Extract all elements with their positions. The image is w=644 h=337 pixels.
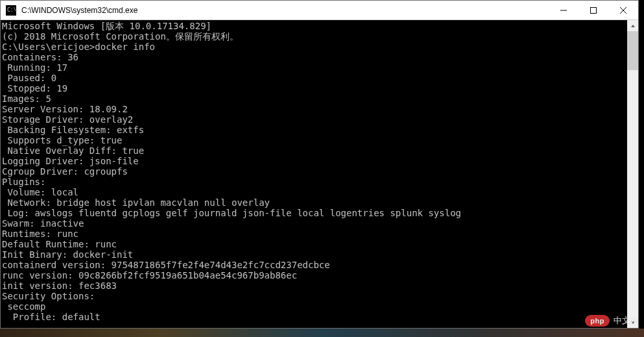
- close-button[interactable]: [608, 1, 638, 19]
- window-title: C:\WINDOWS\system32\cmd.exe: [20, 6, 549, 15]
- scroll-up-button[interactable]: [627, 20, 638, 31]
- terminal-line: Profile: default: [2, 312, 627, 322]
- scrollbar-track[interactable]: [627, 31, 638, 317]
- terminal-line: Volume: local: [2, 187, 627, 197]
- terminal-line: Swarm: inactive: [2, 218, 627, 229]
- terminal-line: Logging Driver: json-file: [2, 156, 627, 166]
- terminal-line: (c) 2018 Microsoft Corporation。保留所有权利。: [2, 31, 627, 42]
- terminal-line: Init Binary: docker-init: [2, 249, 627, 260]
- window-controls: [549, 1, 638, 19]
- terminal-line: init version: fec3683: [2, 281, 627, 291]
- terminal-line: Images: 5: [2, 94, 627, 104]
- vertical-scrollbar: [627, 20, 638, 328]
- maximize-button[interactable]: [578, 1, 608, 19]
- terminal-line: Containers: 36: [2, 52, 627, 62]
- terminal-line: Paused: 0: [2, 73, 627, 83]
- terminal-line: Stopped: 19: [2, 83, 627, 94]
- terminal-area: Microsoft Windows [版本 10.0.17134.829](c)…: [1, 20, 638, 328]
- terminal-line: Server Version: 18.09.2: [2, 104, 627, 114]
- terminal-output[interactable]: Microsoft Windows [版本 10.0.17134.829](c)…: [1, 20, 627, 328]
- watermark: php 中文网: [585, 315, 639, 327]
- terminal-line: Security Options:: [2, 291, 627, 301]
- terminal-line: Runtimes: runc: [2, 229, 627, 239]
- terminal-line: Supports d_type: true: [2, 135, 627, 145]
- terminal-line: Log: awslogs fluentd gcplogs gelf journa…: [2, 208, 627, 218]
- terminal-line: runc version: 09c8266bf2fcf9519a651b04ae…: [2, 270, 627, 281]
- cmd-icon: C:\: [6, 5, 16, 16]
- watermark-text: 中文网: [614, 315, 639, 327]
- terminal-line: Backing Filesystem: extfs: [2, 125, 627, 135]
- titlebar: C:\ C:\WINDOWS\system32\cmd.exe: [1, 1, 638, 20]
- svg-text:C:\: C:\: [7, 7, 16, 13]
- terminal-line: Microsoft Windows [版本 10.0.17134.829]: [2, 21, 627, 31]
- svg-rect-3: [591, 7, 597, 13]
- terminal-line: Plugins:: [2, 177, 627, 187]
- scrollbar-thumb[interactable]: [627, 31, 638, 70]
- terminal-line: Running: 17: [2, 62, 627, 73]
- terminal-line: Native Overlay Diff: true: [2, 145, 627, 156]
- terminal-line: Network: bridge host ipvlan macvlan null…: [2, 197, 627, 208]
- minimize-button[interactable]: [549, 1, 578, 19]
- taskbar-strip: [0, 329, 644, 337]
- watermark-badge: php: [585, 315, 610, 327]
- terminal-line: Cgroup Driver: cgroupfs: [2, 166, 627, 177]
- terminal-line: seccomp: [2, 301, 627, 312]
- terminal-line: containerd version: 9754871865f7fe2f4e74…: [2, 260, 627, 270]
- terminal-line: Default Runtime: runc: [2, 239, 627, 249]
- terminal-line: Storage Driver: overlay2: [2, 114, 627, 125]
- terminal-line: C:\Users\ericjoe>docker info: [2, 42, 627, 52]
- cmd-window: C:\ C:\WINDOWS\system32\cmd.exe Microsof…: [0, 0, 639, 329]
